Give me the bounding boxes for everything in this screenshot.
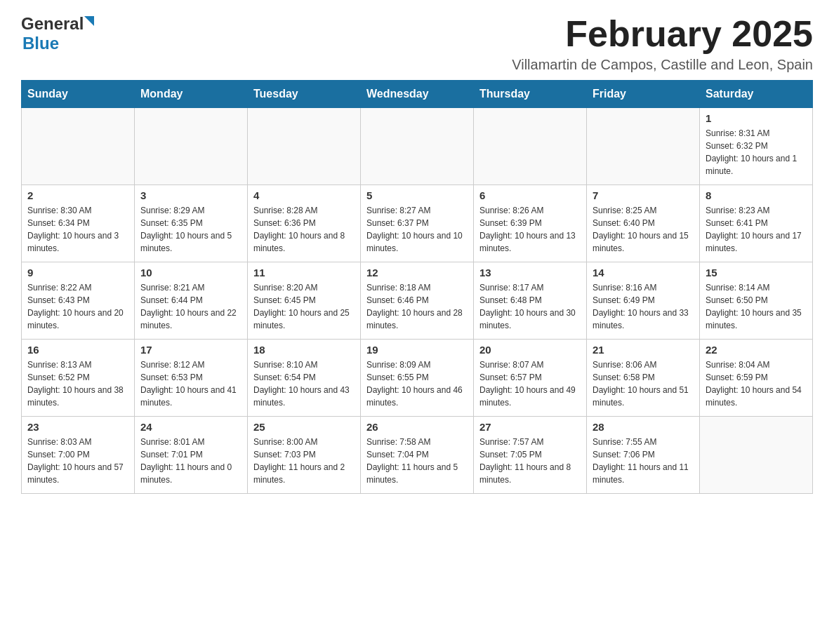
- day-number: 1: [706, 112, 807, 124]
- calendar-cell: 18Sunrise: 8:10 AM Sunset: 6:54 PM Dayli…: [248, 340, 361, 417]
- calendar-week-1: 1Sunrise: 8:31 AM Sunset: 6:32 PM Daylig…: [22, 108, 813, 185]
- day-number: 11: [253, 267, 355, 279]
- month-title: February 2025: [512, 14, 813, 54]
- calendar-cell: 10Sunrise: 8:21 AM Sunset: 6:44 PM Dayli…: [135, 262, 248, 340]
- logo-triangle-icon: [84, 16, 94, 26]
- day-info: Sunrise: 8:06 AM Sunset: 6:58 PM Dayligh…: [593, 358, 694, 409]
- day-number: 24: [140, 421, 241, 433]
- day-info: Sunrise: 8:04 AM Sunset: 6:59 PM Dayligh…: [706, 358, 807, 409]
- calendar-header-sunday: Sunday: [22, 81, 135, 108]
- calendar-cell: 17Sunrise: 8:12 AM Sunset: 6:53 PM Dayli…: [135, 340, 248, 417]
- calendar-cell: [361, 108, 474, 185]
- day-number: 9: [27, 267, 128, 279]
- day-info: Sunrise: 8:00 AM Sunset: 7:03 PM Dayligh…: [253, 436, 355, 486]
- calendar-cell: 24Sunrise: 8:01 AM Sunset: 7:01 PM Dayli…: [135, 417, 248, 494]
- day-info: Sunrise: 7:57 AM Sunset: 7:05 PM Dayligh…: [479, 436, 581, 486]
- day-info: Sunrise: 8:18 AM Sunset: 6:46 PM Dayligh…: [366, 281, 468, 332]
- day-number: 20: [479, 344, 581, 356]
- calendar-cell: 19Sunrise: 8:09 AM Sunset: 6:55 PM Dayli…: [361, 340, 474, 417]
- calendar-cell: 23Sunrise: 8:03 AM Sunset: 7:00 PM Dayli…: [22, 417, 135, 494]
- day-number: 26: [366, 421, 468, 433]
- calendar-cell: [22, 108, 135, 185]
- day-number: 13: [479, 267, 581, 279]
- calendar-cell: 14Sunrise: 8:16 AM Sunset: 6:49 PM Dayli…: [587, 262, 700, 340]
- day-number: 17: [140, 344, 241, 356]
- calendar-header-wednesday: Wednesday: [361, 81, 474, 108]
- calendar-header-monday: Monday: [135, 81, 248, 108]
- day-number: 2: [27, 189, 128, 201]
- title-block: February 2025 Villamartin de Campos, Cas…: [512, 14, 813, 73]
- calendar-cell: 13Sunrise: 8:17 AM Sunset: 6:48 PM Dayli…: [474, 262, 587, 340]
- day-number: 27: [479, 421, 581, 433]
- calendar-cell: 28Sunrise: 7:55 AM Sunset: 7:06 PM Dayli…: [587, 417, 700, 494]
- calendar-cell: 2Sunrise: 8:30 AM Sunset: 6:34 PM Daylig…: [22, 185, 135, 262]
- day-number: 21: [593, 344, 694, 356]
- day-number: 6: [479, 189, 581, 201]
- day-info: Sunrise: 8:20 AM Sunset: 6:45 PM Dayligh…: [253, 281, 355, 332]
- calendar-cell: 15Sunrise: 8:14 AM Sunset: 6:50 PM Dayli…: [700, 262, 813, 340]
- day-info: Sunrise: 8:26 AM Sunset: 6:39 PM Dayligh…: [479, 204, 581, 255]
- day-info: Sunrise: 8:30 AM Sunset: 6:34 PM Dayligh…: [27, 204, 128, 255]
- calendar-header-friday: Friday: [587, 81, 700, 108]
- day-info: Sunrise: 8:17 AM Sunset: 6:48 PM Dayligh…: [479, 281, 581, 332]
- day-number: 10: [140, 267, 241, 279]
- day-number: 5: [366, 189, 468, 201]
- day-number: 15: [706, 267, 807, 279]
- calendar-cell: 8Sunrise: 8:23 AM Sunset: 6:41 PM Daylig…: [700, 185, 813, 262]
- calendar-week-4: 16Sunrise: 8:13 AM Sunset: 6:52 PM Dayli…: [22, 340, 813, 417]
- calendar-cell: 12Sunrise: 8:18 AM Sunset: 6:46 PM Dayli…: [361, 262, 474, 340]
- calendar-cell: 7Sunrise: 8:25 AM Sunset: 6:40 PM Daylig…: [587, 185, 700, 262]
- day-number: 25: [253, 421, 355, 433]
- calendar-cell: [135, 108, 248, 185]
- day-number: 19: [366, 344, 468, 356]
- location-title: Villamartin de Campos, Castille and Leon…: [512, 57, 813, 73]
- calendar-header-saturday: Saturday: [700, 81, 813, 108]
- day-number: 23: [27, 421, 128, 433]
- calendar-cell: 9Sunrise: 8:22 AM Sunset: 6:43 PM Daylig…: [22, 262, 135, 340]
- day-info: Sunrise: 8:27 AM Sunset: 6:37 PM Dayligh…: [366, 204, 468, 255]
- day-number: 16: [27, 344, 128, 356]
- calendar-cell: 22Sunrise: 8:04 AM Sunset: 6:59 PM Dayli…: [700, 340, 813, 417]
- logo-general-text: General: [21, 14, 84, 34]
- day-info: Sunrise: 8:29 AM Sunset: 6:35 PM Dayligh…: [140, 204, 241, 255]
- day-info: Sunrise: 8:22 AM Sunset: 6:43 PM Dayligh…: [27, 281, 128, 332]
- day-info: Sunrise: 8:16 AM Sunset: 6:49 PM Dayligh…: [593, 281, 694, 332]
- day-info: Sunrise: 8:03 AM Sunset: 7:00 PM Dayligh…: [27, 436, 128, 486]
- calendar-week-2: 2Sunrise: 8:30 AM Sunset: 6:34 PM Daylig…: [22, 185, 813, 262]
- calendar-cell: [587, 108, 700, 185]
- day-info: Sunrise: 8:10 AM Sunset: 6:54 PM Dayligh…: [253, 358, 355, 409]
- calendar-cell: 27Sunrise: 7:57 AM Sunset: 7:05 PM Dayli…: [474, 417, 587, 494]
- day-info: Sunrise: 7:58 AM Sunset: 7:04 PM Dayligh…: [366, 436, 468, 486]
- day-number: 14: [593, 267, 694, 279]
- calendar-cell: 5Sunrise: 8:27 AM Sunset: 6:37 PM Daylig…: [361, 185, 474, 262]
- calendar-cell: [248, 108, 361, 185]
- day-number: 8: [706, 189, 807, 201]
- calendar-header-thursday: Thursday: [474, 81, 587, 108]
- calendar-cell: 26Sunrise: 7:58 AM Sunset: 7:04 PM Dayli…: [361, 417, 474, 494]
- logo-blue-text: Blue: [22, 34, 59, 53]
- day-info: Sunrise: 8:28 AM Sunset: 6:36 PM Dayligh…: [253, 204, 355, 255]
- day-number: 18: [253, 344, 355, 356]
- day-info: Sunrise: 8:23 AM Sunset: 6:41 PM Dayligh…: [706, 204, 807, 255]
- day-info: Sunrise: 8:12 AM Sunset: 6:53 PM Dayligh…: [140, 358, 241, 409]
- day-info: Sunrise: 8:01 AM Sunset: 7:01 PM Dayligh…: [140, 436, 241, 486]
- day-info: Sunrise: 8:13 AM Sunset: 6:52 PM Dayligh…: [27, 358, 128, 409]
- calendar-cell: 21Sunrise: 8:06 AM Sunset: 6:58 PM Dayli…: [587, 340, 700, 417]
- calendar-cell: [700, 417, 813, 494]
- day-number: 4: [253, 189, 355, 201]
- calendar-header-row: SundayMondayTuesdayWednesdayThursdayFrid…: [22, 81, 813, 108]
- calendar-cell: [474, 108, 587, 185]
- day-number: 12: [366, 267, 468, 279]
- day-info: Sunrise: 8:31 AM Sunset: 6:32 PM Dayligh…: [706, 127, 807, 177]
- day-number: 28: [593, 421, 694, 433]
- day-info: Sunrise: 8:21 AM Sunset: 6:44 PM Dayligh…: [140, 281, 241, 332]
- logo: General Blue: [21, 14, 94, 53]
- calendar-week-5: 23Sunrise: 8:03 AM Sunset: 7:00 PM Dayli…: [22, 417, 813, 494]
- day-number: 3: [140, 189, 241, 201]
- calendar-header-tuesday: Tuesday: [248, 81, 361, 108]
- day-number: 22: [706, 344, 807, 356]
- calendar-cell: 6Sunrise: 8:26 AM Sunset: 6:39 PM Daylig…: [474, 185, 587, 262]
- calendar-cell: 16Sunrise: 8:13 AM Sunset: 6:52 PM Dayli…: [22, 340, 135, 417]
- calendar-cell: 25Sunrise: 8:00 AM Sunset: 7:03 PM Dayli…: [248, 417, 361, 494]
- day-info: Sunrise: 8:09 AM Sunset: 6:55 PM Dayligh…: [366, 358, 468, 409]
